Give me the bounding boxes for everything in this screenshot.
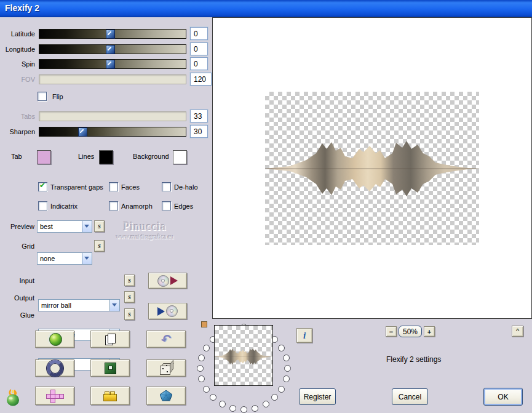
dial-dot[interactable]: [240, 406, 247, 413]
rotation-dial[interactable]: [196, 319, 300, 413]
slider-row-tabs: Tabs 33: [0, 110, 209, 124]
faces-checkbox[interactable]: [109, 182, 118, 191]
frame-button[interactable]: [90, 359, 130, 377]
anamorph-checkbox[interactable]: [109, 201, 118, 211]
crystal-button[interactable]: [146, 387, 186, 405]
lines-color-swatch[interactable]: [99, 150, 113, 164]
transparent-gaps-checkbox[interactable]: ✔: [38, 182, 47, 191]
glue-s-button[interactable]: s: [124, 308, 135, 320]
tab-color-swatch[interactable]: [37, 150, 51, 164]
torus-button[interactable]: [35, 359, 74, 377]
longitude-slider-thumb[interactable]: [106, 45, 115, 54]
unfold-button[interactable]: [35, 387, 74, 405]
dial-dot[interactable]: [210, 394, 216, 401]
tabs-slider: [39, 111, 186, 121]
dial-dot[interactable]: [229, 405, 236, 412]
sharpen-label: Sharpen: [0, 128, 35, 135]
dial-orange-marker[interactable]: [201, 321, 207, 327]
spin-value[interactable]: 0: [190, 57, 208, 70]
longitude-slider[interactable]: [39, 44, 186, 54]
save-settings-button[interactable]: [148, 303, 187, 319]
flexify2-dialog: Flexify 2 Latitude 0 Longitude 0 Spin 0 …: [0, 0, 532, 413]
spin-label: Spin: [0, 60, 35, 68]
glue-combo-label: Glue: [0, 311, 34, 319]
dial-dot[interactable]: [283, 375, 290, 382]
watermark-line2: www.maidiregrafica.eu: [103, 233, 186, 240]
window-title: Flexify 2: [5, 3, 39, 13]
info-button[interactable]: i: [296, 328, 312, 343]
latitude-label: Latitude: [0, 30, 35, 38]
input-s-button[interactable]: s: [124, 275, 135, 286]
flip-label: Flip: [52, 93, 63, 100]
fov-value[interactable]: 120: [190, 73, 212, 86]
chevron-down-icon[interactable]: [109, 300, 119, 311]
input-combo[interactable]: mirror ball: [38, 299, 120, 311]
lego-brick-icon: [103, 391, 117, 401]
load-settings-button[interactable]: [148, 273, 187, 289]
dial-dot[interactable]: [284, 365, 291, 372]
copy-pages-icon: [104, 334, 116, 345]
globe-icon: [48, 333, 62, 345]
dial-dot[interactable]: [203, 345, 210, 351]
anamorph-row: Anamorph: [109, 201, 153, 211]
latitude-value[interactable]: 0: [190, 27, 208, 40]
dial-dot[interactable]: [219, 401, 226, 407]
spin-slider-thumb[interactable]: [106, 60, 115, 69]
copy-button[interactable]: [90, 331, 130, 348]
zoom-level-value[interactable]: 50%: [399, 326, 422, 337]
latitude-slider-thumb[interactable]: [106, 30, 115, 39]
dial-dot[interactable]: [252, 405, 258, 412]
indicatrix-checkbox[interactable]: [38, 201, 47, 211]
random-button[interactable]: [146, 359, 186, 377]
longitude-value[interactable]: 0: [190, 42, 208, 55]
output-s-button[interactable]: s: [124, 291, 135, 303]
collapse-button[interactable]: ^: [512, 326, 523, 337]
dial-dot[interactable]: [278, 386, 285, 393]
flip-checkbox[interactable]: [38, 92, 47, 101]
dice-icon: [159, 363, 173, 374]
globe-button[interactable]: [35, 331, 74, 348]
preview-combo[interactable]: best: [37, 220, 92, 233]
background-color-swatch[interactable]: [173, 150, 187, 164]
input-combo-label: Input: [0, 277, 34, 284]
dial-dot[interactable]: [278, 345, 285, 351]
zoom-in-button[interactable]: +: [424, 326, 435, 337]
slider-row-longitude: Longitude 0: [0, 42, 209, 57]
de-halo-checkbox[interactable]: [162, 182, 171, 191]
preview-panel[interactable]: [212, 17, 532, 319]
lego-button[interactable]: [90, 387, 130, 405]
dial-dot[interactable]: [271, 394, 278, 401]
dial-dot[interactable]: [203, 386, 210, 393]
watermark: Pinuccia www.maidiregrafica.eu: [103, 220, 186, 240]
dial-dot[interactable]: [197, 365, 204, 372]
dial-dot[interactable]: [198, 355, 205, 361]
ring-icon: [47, 360, 63, 377]
ok-button[interactable]: OK: [483, 388, 523, 406]
sharpen-slider-thumb[interactable]: [78, 127, 87, 137]
zoom-out-button[interactable]: −: [386, 326, 397, 337]
chevron-down-icon[interactable]: [82, 221, 92, 232]
output-combo-label: Output: [0, 294, 34, 302]
sharpen-value[interactable]: 30: [190, 125, 208, 138]
fov-label: FOV: [0, 76, 35, 83]
tabs-value[interactable]: 33: [190, 110, 208, 122]
grid-s-button[interactable]: s: [94, 240, 105, 252]
dial-dot[interactable]: [283, 355, 290, 361]
de-halo-label: De-halo: [174, 183, 198, 191]
dial-preview-thumbnail[interactable]: [214, 325, 273, 386]
chevron-down-icon[interactable]: [82, 253, 92, 264]
undo-button[interactable]: ↶: [146, 331, 186, 348]
dial-dot[interactable]: [198, 375, 205, 382]
spin-slider[interactable]: [39, 59, 186, 69]
cancel-button[interactable]: Cancel: [392, 388, 428, 405]
dial-dot[interactable]: [263, 401, 269, 407]
title-bar[interactable]: Flexify 2: [0, 0, 532, 17]
cube-net-icon: [46, 390, 63, 403]
grid-combo[interactable]: none: [37, 252, 92, 265]
sharpen-slider[interactable]: [39, 127, 186, 137]
edges-checkbox[interactable]: [162, 201, 171, 211]
slider-row-fov: FOV 120: [0, 73, 209, 87]
latitude-slider[interactable]: [39, 29, 186, 39]
red-play-icon: [170, 276, 178, 285]
register-button[interactable]: Register: [299, 388, 336, 405]
